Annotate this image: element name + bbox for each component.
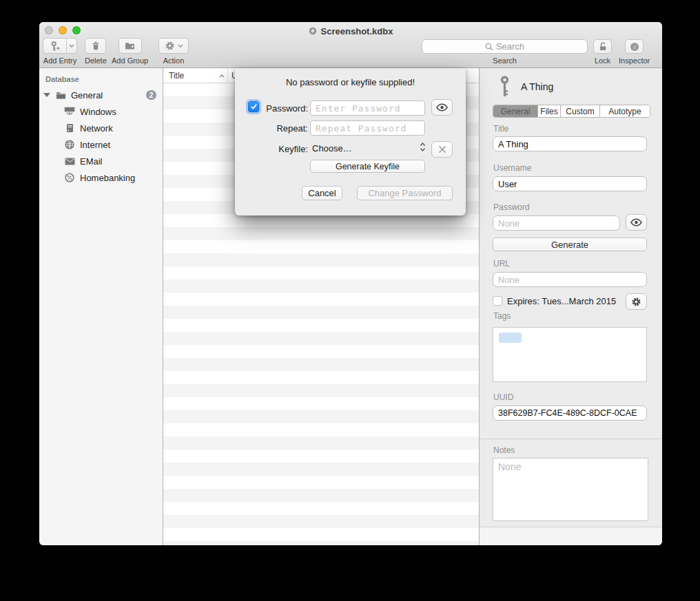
tags-field[interactable] <box>493 327 647 382</box>
reveal-password-button[interactable] <box>626 214 647 231</box>
change-password-button[interactable]: Change Password <box>357 186 453 200</box>
x-icon <box>438 145 446 154</box>
sidebar-item-label: Windows <box>80 107 116 117</box>
search-input[interactable]: Search <box>422 39 588 54</box>
url-field-label: URL <box>493 259 510 268</box>
action-button[interactable] <box>158 38 189 54</box>
app-window: Screenshot.kdbx Add Entry <box>39 22 662 545</box>
inspector-label: Inspector <box>619 56 650 65</box>
add-group-label: Add Group <box>112 56 148 65</box>
action-group: Action <box>158 38 189 65</box>
tab-files[interactable]: Files <box>538 105 561 117</box>
window-title: Screenshot.kdbx <box>321 26 393 36</box>
key-icon <box>500 76 510 98</box>
folder-plus-icon[interactable] <box>125 41 135 50</box>
notes-field[interactable] <box>493 458 648 521</box>
generate-keyfile-button[interactable]: Generate Keyfile <box>310 160 425 173</box>
chevron-down-icon[interactable] <box>66 39 76 53</box>
clear-keyfile-button[interactable] <box>431 141 453 158</box>
windows-network-icon <box>64 107 75 116</box>
titlebar: Screenshot.kdbx Add Entry <box>39 22 662 68</box>
window-title-area: Screenshot.kdbx <box>39 25 662 36</box>
info-circle-icon[interactable]: i <box>630 42 639 52</box>
change-password-sheet: No password or keyfile supplied! Passwor… <box>235 68 466 215</box>
inspector-group: i Inspector <box>619 39 650 65</box>
sheet-message: No password or keyfile supplied! <box>235 77 466 87</box>
folder-icon <box>55 91 66 100</box>
keyfile-popup[interactable]: Choose… <box>312 143 352 154</box>
eye-icon <box>436 103 448 112</box>
tag-token[interactable] <box>499 333 522 343</box>
column-header-title[interactable]: Title <box>163 68 228 83</box>
globe-icon <box>64 140 75 149</box>
gear-icon[interactable] <box>165 41 175 51</box>
keyfile-label: Keyfile: <box>256 144 308 154</box>
tab-custom[interactable]: Custom <box>561 105 600 117</box>
gear-icon <box>631 297 641 307</box>
key-plus-icon[interactable] <box>43 39 66 53</box>
eye-icon <box>630 218 642 226</box>
tab-autotype[interactable]: Autotype <box>600 105 650 117</box>
enter-password-input[interactable] <box>310 101 425 116</box>
username-field[interactable] <box>493 176 647 191</box>
sidebar-item-internet[interactable]: Internet <box>39 136 163 153</box>
delete-group: Delete <box>85 38 107 65</box>
title-field[interactable] <box>493 136 647 151</box>
delete-button[interactable] <box>85 38 106 54</box>
uuid-field[interactable] <box>493 405 647 421</box>
triangle-down-icon[interactable] <box>43 93 50 97</box>
cancel-button[interactable]: Cancel <box>302 186 342 200</box>
column-title-label: Title <box>169 71 184 81</box>
action-label: Action <box>163 56 185 65</box>
sidebar-item-network[interactable]: Network <box>39 120 163 136</box>
sidebar: Database General 2 Windows <box>39 68 163 545</box>
sidebar-group-label: General <box>71 90 103 101</box>
url-field[interactable] <box>493 272 647 287</box>
notes-label: Notes <box>493 445 515 455</box>
username-field-label: Username <box>493 163 531 173</box>
chevron-down-icon[interactable] <box>178 44 183 48</box>
search-icon <box>485 43 493 51</box>
reveal-sheet-password-button[interactable] <box>431 99 453 116</box>
repeat-password-input[interactable] <box>310 120 425 136</box>
password-label: Password: <box>256 103 308 114</box>
title-field-label: Title <box>493 124 508 134</box>
generate-keyfile-label: Generate Keyfile <box>336 162 400 171</box>
server-icon <box>64 123 75 133</box>
entry-count-badge: 2 <box>146 90 156 100</box>
sidebar-item-label: Network <box>80 123 113 134</box>
sidebar-item-email[interactable]: EMail <box>39 153 163 169</box>
add-entry-label: Add Entry <box>43 56 76 65</box>
trash-icon[interactable] <box>91 41 101 51</box>
envelope-icon <box>64 158 75 165</box>
sidebar-item-label: Homebanking <box>80 173 135 183</box>
tags-label: Tags <box>493 311 511 321</box>
entry-title: A Thing <box>521 81 553 92</box>
search-group: Search Search <box>422 39 588 65</box>
generate-label: Generate <box>551 240 588 250</box>
inspector-tabs: General Files Custom Autotype <box>493 105 650 118</box>
expires-checkbox[interactable] <box>493 296 502 306</box>
expires-label: Expires: Tues...March 2015 <box>507 296 616 306</box>
uuid-label: UUID <box>493 392 513 402</box>
add-group-button[interactable] <box>119 38 142 54</box>
change-password-label: Change Password <box>368 188 441 198</box>
percent-circle-icon <box>64 173 75 182</box>
sidebar-group-general[interactable]: General 2 <box>39 87 163 103</box>
up-down-chevrons-icon[interactable] <box>420 142 426 152</box>
expires-settings-button[interactable] <box>626 293 647 310</box>
screen: { "colors": { "accent": "#3b99fc", "tag"… <box>0 0 700 601</box>
lock-open-icon[interactable] <box>598 41 608 52</box>
sidebar-item-homebanking[interactable]: Homebanking <box>39 169 163 186</box>
password-field-label: Password <box>493 202 530 212</box>
sidebar-item-windows[interactable]: Windows <box>39 103 163 120</box>
sidebar-item-label: Internet <box>80 140 110 150</box>
delete-label: Delete <box>85 56 107 65</box>
generate-password-button[interactable]: Generate <box>493 238 647 251</box>
password-field[interactable] <box>493 215 620 231</box>
tab-general[interactable]: General <box>493 105 538 117</box>
sidebar-section-header: Database <box>39 68 163 83</box>
add-entry-button[interactable] <box>43 38 77 54</box>
lock-button[interactable] <box>593 39 612 54</box>
inspector-button[interactable]: i <box>625 39 644 54</box>
